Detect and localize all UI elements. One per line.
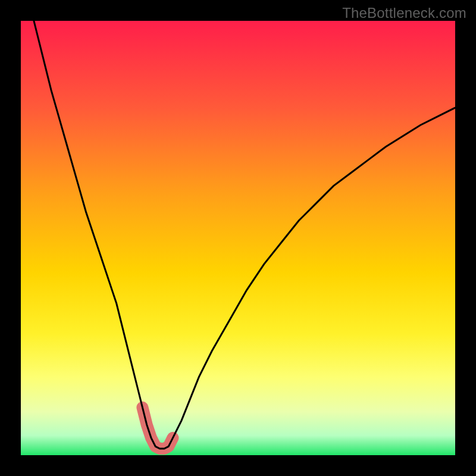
gradient-background <box>21 21 455 455</box>
plot-area <box>21 21 455 455</box>
chart-frame: TheBottleneck.com <box>0 0 476 476</box>
chart-svg <box>21 21 455 455</box>
attribution-text: TheBottleneck.com <box>342 5 466 21</box>
